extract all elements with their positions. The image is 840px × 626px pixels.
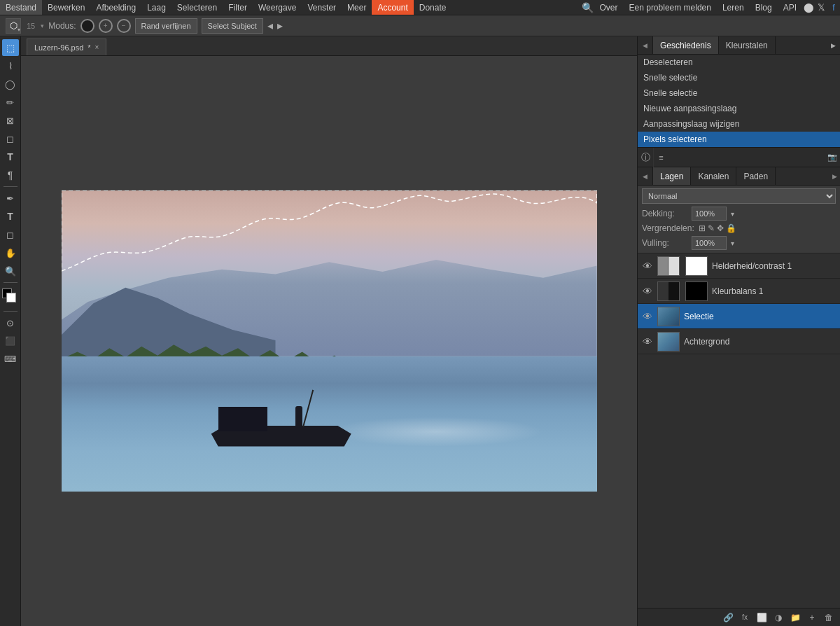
- lock-padlock-icon[interactable]: 🔒: [726, 223, 736, 233]
- menu-bewerken[interactable]: Bewerken: [42, 0, 90, 15]
- history-panel-collapse[interactable]: ▶: [827, 41, 840, 49]
- blend-mode-row: Normaal: [642, 188, 836, 204]
- layer-item-3[interactable]: 👁 Achtergrond: [638, 329, 840, 354]
- refine-edge-button[interactable]: Rand verfijnen: [135, 18, 197, 34]
- tool-paragraph[interactable]: ¶: [2, 167, 19, 183]
- menu-over[interactable]: Over: [594, 0, 624, 15]
- layer-item-1[interactable]: 👁 Kleurbalans 1: [638, 279, 840, 304]
- tool-shape[interactable]: ◻: [2, 226, 19, 243]
- history-item-0[interactable]: Deselecteren: [638, 55, 840, 70]
- lock-brush-icon[interactable]: ✎: [708, 223, 715, 233]
- canvas-tab-close[interactable]: ×: [95, 43, 99, 51]
- kanalen-tab[interactable]: Kanalen: [691, 167, 736, 185]
- twitter-icon[interactable]: 𝕏: [815, 1, 827, 14]
- history-item-label-5: Pixels selecteren: [643, 134, 707, 144]
- menu-leren[interactable]: Leren: [717, 0, 750, 15]
- menu-laag[interactable]: Laag: [141, 0, 172, 15]
- delete-layer-icon[interactable]: 🗑: [822, 611, 836, 625]
- fill-value[interactable]: 100%: [692, 236, 727, 250]
- layers-footer: 🔗 fx ⬜ ◑ 📁 + 🗑: [638, 608, 840, 626]
- layer-thumb-right-0: [668, 257, 679, 275]
- info-icon[interactable]: ⓘ: [638, 148, 653, 167]
- props-icon[interactable]: ≡: [653, 148, 668, 167]
- lock-row: Vergrendelen: ⊞ ✎ ✥ 🔒: [642, 223, 836, 233]
- opacity-row: Dekking: 100% ▾: [642, 207, 836, 221]
- layers-panel-collapse[interactable]: ▶: [830, 173, 840, 180]
- menu-filter[interactable]: Filter: [223, 0, 253, 15]
- tool-brush[interactable]: ✏: [2, 94, 19, 111]
- history-item-2[interactable]: Snelle selectie: [638, 85, 840, 101]
- menu-weergave[interactable]: Weergave: [253, 0, 302, 15]
- menu-api[interactable]: API: [778, 0, 802, 15]
- layers-collapse-btn[interactable]: ◀: [638, 167, 653, 186]
- opacity-dropdown-icon[interactable]: ▾: [731, 210, 734, 218]
- opacity-value[interactable]: 100%: [692, 207, 727, 221]
- blend-mode-select[interactable]: Normaal: [642, 188, 836, 204]
- menu-afbeelding[interactable]: Afbeelding: [90, 0, 141, 15]
- link-layers-icon[interactable]: 🔗: [721, 611, 735, 625]
- select-subject-button[interactable]: Select Subject: [202, 18, 263, 34]
- boat: [211, 391, 351, 447]
- history-tab[interactable]: Geschiedenis: [653, 36, 719, 54]
- layer-mask-0: [685, 256, 708, 276]
- tool-marquee[interactable]: ⬚: [2, 39, 19, 56]
- paden-tab[interactable]: Paden: [736, 167, 776, 185]
- tool-lasso[interactable]: ⌇: [2, 57, 19, 74]
- tool-keyboard[interactable]: ⌨: [2, 351, 19, 368]
- layer-eye-0[interactable]: 👁: [642, 260, 653, 272]
- background-color[interactable]: [6, 293, 16, 302]
- search-icon[interactable]: 🔍: [582, 1, 594, 14]
- history-panel: ◀ Geschiedenis Kleurstalen ▶ Deselectere…: [638, 36, 840, 148]
- history-item-3[interactable]: Nieuwe aanpassingslaag: [638, 101, 840, 116]
- menu-bestand[interactable]: Bestand: [0, 0, 42, 15]
- menu-venster[interactable]: Venster: [302, 0, 342, 15]
- adjustment-icon[interactable]: ◑: [771, 611, 785, 625]
- facebook-icon[interactable]: f: [827, 1, 840, 14]
- reddit-icon[interactable]: ⬤: [802, 1, 815, 14]
- tool-eraser[interactable]: ◻: [2, 130, 19, 147]
- color-swatch[interactable]: [2, 288, 19, 305]
- menu-selecteren[interactable]: Selecteren: [172, 0, 223, 15]
- menu-donate[interactable]: Donate: [414, 0, 452, 15]
- mask-icon[interactable]: ⬜: [755, 611, 769, 625]
- tool-speech[interactable]: ◯: [2, 76, 19, 92]
- tool-pen[interactable]: ✒: [2, 190, 19, 207]
- mode-circle-filled[interactable]: [80, 19, 94, 33]
- history-item-4[interactable]: Aanpassingslaag wijzigen: [638, 116, 840, 132]
- tool-text[interactable]: T: [2, 148, 19, 165]
- water-shine: [329, 417, 543, 447]
- lock-move-icon[interactable]: ✥: [717, 223, 724, 233]
- layer-eye-3[interactable]: 👁: [642, 336, 653, 347]
- collapse-left-btn[interactable]: ◀: [638, 36, 653, 55]
- tool-screen-mode[interactable]: ⬛: [2, 333, 19, 349]
- fill-dropdown-icon[interactable]: ▾: [731, 239, 734, 247]
- lock-checkerboard-icon[interactable]: ⊞: [699, 223, 706, 233]
- tool-type[interactable]: T: [2, 208, 19, 225]
- options-bar: ⬡ ▾ 15 ▾ Modus: + − Rand verfijnen Selec…: [0, 15, 840, 36]
- menu-blog[interactable]: Blog: [750, 0, 778, 15]
- mode-circle-plus[interactable]: +: [99, 19, 113, 33]
- menu-meer[interactable]: Meer: [342, 0, 372, 15]
- menu-account[interactable]: Account: [372, 0, 413, 15]
- canvas-tab[interactable]: Luzern-96.psd * ×: [27, 39, 106, 55]
- tool-stamp[interactable]: ⊠: [2, 112, 19, 129]
- lagen-tab[interactable]: Lagen: [653, 167, 691, 185]
- history-item-label-2: Snelle selectie: [643, 88, 697, 98]
- history-item-5[interactable]: Pixels selecteren: [638, 132, 840, 147]
- layer-thumb-left-0: [658, 257, 668, 275]
- mode-circle-minus[interactable]: −: [117, 19, 131, 33]
- effects-icon[interactable]: fx: [738, 611, 752, 625]
- new-layer-icon[interactable]: +: [805, 611, 819, 625]
- folder-icon[interactable]: 📁: [788, 611, 802, 625]
- menu-probleem[interactable]: Een probleem melden: [624, 0, 717, 15]
- tool-hand[interactable]: ✋: [2, 244, 19, 261]
- kleurstalen-tab[interactable]: Kleurstalen: [719, 36, 776, 54]
- tool-zoom[interactable]: 🔍: [2, 263, 19, 279]
- history-item-1[interactable]: Snelle selectie: [638, 70, 840, 85]
- tool-quick-mask[interactable]: ⊙: [2, 314, 19, 331]
- layer-item-2[interactable]: 👁 Selectie: [638, 304, 840, 329]
- layers-camera-icon[interactable]: 📷: [825, 148, 840, 167]
- layer-item-0[interactable]: 👁 Helderheid/contrast 1: [638, 253, 840, 279]
- layer-eye-1[interactable]: 👁: [642, 286, 653, 297]
- layer-eye-2[interactable]: 👁: [642, 311, 653, 322]
